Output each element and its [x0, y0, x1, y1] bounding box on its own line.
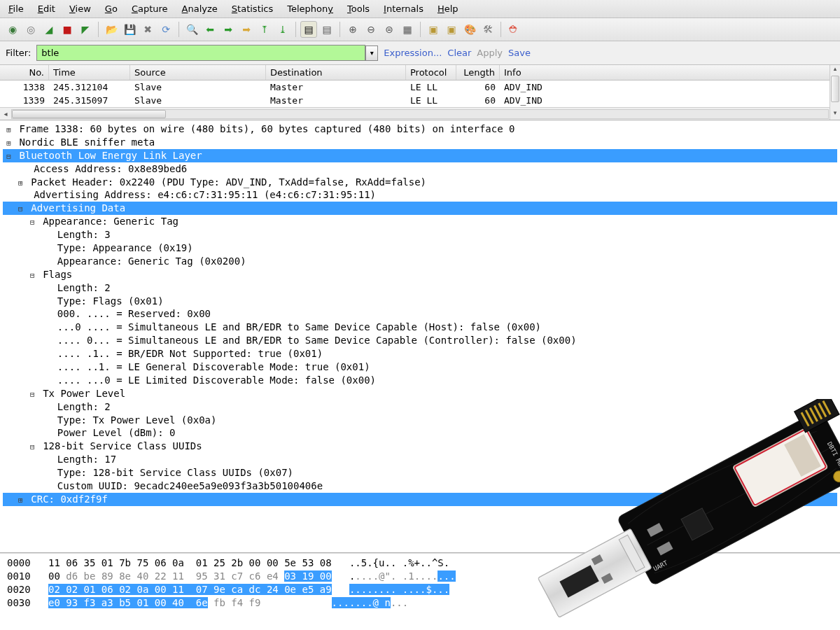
colorize-icon[interactable]: ▤: [300, 21, 317, 38]
restart-capture-icon[interactable]: ◤: [77, 21, 94, 38]
menu-help[interactable]: Help: [432, 1, 464, 16]
filter-dropdown-icon[interactable]: ▾: [365, 46, 378, 61]
menu-tools[interactable]: Tools: [342, 1, 375, 16]
tree-uuid[interactable]: ⊟ 128-bit Service Class UUIDs: [3, 440, 837, 453]
tree-leaf[interactable]: .... ..1. = LE General Discoverable Mode…: [3, 360, 837, 374]
tree-leaf[interactable]: Power Level (dBm): 0: [3, 426, 837, 440]
collapse-icon[interactable]: ⊟: [28, 390, 37, 400]
expand-icon[interactable]: ⊞: [16, 496, 25, 506]
tree-leaf[interactable]: Type: Flags (0x01): [3, 295, 837, 308]
collapse-icon[interactable]: ⊟: [28, 218, 37, 228]
col-destination[interactable]: Destination: [266, 65, 406, 80]
tree-leaf[interactable]: .... ...0 = LE Limited Discoverable Mode…: [3, 374, 837, 387]
hex-row[interactable]: 0020 02 02 01 06 02 0a 00 11 07 9e ca dc…: [7, 583, 833, 596]
start-capture-icon[interactable]: ◢: [41, 21, 57, 38]
open-icon[interactable]: 📂: [103, 21, 120, 38]
col-no[interactable]: No.: [0, 65, 49, 80]
tree-ble-ll[interactable]: ⊟ Bluetooth Low Energy Link Layer: [3, 149, 837, 162]
expand-icon[interactable]: ⊞: [4, 139, 13, 149]
col-protocol[interactable]: Protocol: [406, 65, 456, 80]
packet-row[interactable]: 1338 245.312104 Slave Master LE LL 60 AD…: [0, 80, 840, 94]
menu-view[interactable]: View: [64, 1, 97, 16]
hex-row[interactable]: 0010 00 d6 be 89 8e 40 22 11 95 31 c7 c6…: [7, 570, 833, 583]
tree-leaf[interactable]: Type: Appearance (0x19): [3, 241, 837, 255]
expression-button[interactable]: Expression...: [384, 48, 442, 58]
menu-edit[interactable]: Edit: [32, 1, 61, 16]
tree-leaf[interactable]: .... 0... = Simultaneous LE and BR/EDR t…: [3, 334, 837, 347]
collapse-icon[interactable]: ⊟: [28, 442, 37, 453]
filter-input[interactable]: [36, 45, 365, 61]
menu-go[interactable]: Go: [99, 1, 123, 16]
go-back-icon[interactable]: ⬅: [202, 21, 218, 38]
last-packet-icon[interactable]: ⤓: [274, 21, 291, 38]
collapse-icon[interactable]: ⊟: [28, 271, 37, 281]
zoom-out-icon[interactable]: ⊖: [363, 21, 379, 38]
tree-crc[interactable]: ⊞ CRC: 0xdf2f9f: [3, 493, 837, 506]
tree-access-addr[interactable]: Access Address: 0x8e89bed6: [3, 162, 837, 176]
tree-leaf[interactable]: Type: Tx Power Level (0x0a): [3, 414, 837, 427]
resize-cols-icon[interactable]: ▦: [399, 21, 416, 38]
interfaces-icon[interactable]: ◉: [4, 21, 21, 38]
reload-icon[interactable]: ⟳: [158, 21, 174, 38]
packet-bytes[interactable]: 0000 11 06 35 01 7b 75 06 0a 01 25 2b 00…: [0, 553, 840, 630]
scroll-down-icon[interactable]: ▾: [830, 109, 840, 120]
collapse-icon[interactable]: ⊟: [4, 152, 13, 162]
options-icon[interactable]: ◎: [22, 21, 39, 38]
goto-packet-icon[interactable]: ➡: [238, 21, 255, 38]
tree-flags[interactable]: ⊟ Flags: [3, 268, 837, 281]
tree-leaf[interactable]: Type: 128-bit Service Class UUIDs (0x07): [3, 466, 837, 479]
help-icon[interactable]: ⛑: [505, 21, 522, 38]
tree-appearance[interactable]: ⊟ Appearance: Generic Tag: [3, 215, 837, 228]
menu-analyze[interactable]: Analyze: [176, 1, 223, 16]
go-forward-icon[interactable]: ➡: [220, 21, 237, 38]
tree-adv-addr[interactable]: Advertising Address: e4:c6:c7:31:95:11 (…: [3, 188, 837, 202]
expand-icon[interactable]: ⊞: [4, 125, 13, 136]
clear-button[interactable]: Clear: [447, 48, 471, 58]
autoscroll-icon[interactable]: ▤: [318, 21, 335, 38]
packet-row[interactable]: 1339 245.315097 Slave Master LE LL 60 AD…: [0, 94, 840, 107]
scroll-up-icon[interactable]: ▴: [830, 65, 840, 76]
scroll-thumb[interactable]: [831, 76, 839, 102]
v-scrollbar[interactable]: ▴ ▾: [830, 65, 840, 120]
preferences-icon[interactable]: 🛠: [479, 21, 496, 38]
capture-filters-icon[interactable]: ▣: [425, 21, 442, 38]
expand-icon[interactable]: ⊞: [16, 178, 25, 189]
save-button[interactable]: Save: [508, 48, 531, 58]
tree-leaf[interactable]: Length: 2: [3, 400, 837, 414]
tree-adv-data[interactable]: ⊟ Advertising Data: [3, 202, 837, 215]
col-source[interactable]: Source: [130, 65, 266, 80]
menu-telephony[interactable]: Telephony: [281, 1, 339, 16]
close-icon[interactable]: ✖: [139, 21, 156, 38]
first-packet-icon[interactable]: ⤒: [256, 21, 273, 38]
packet-details[interactable]: ⊞ Frame 1338: 60 bytes on wire (480 bits…: [0, 120, 840, 553]
tree-packet-header[interactable]: ⊞ Packet Header: 0x2240 (PDU Type: ADV_I…: [3, 176, 837, 189]
hex-row[interactable]: 0030 e0 93 f3 a3 b5 01 00 40 6e fb f4 f9…: [7, 596, 833, 610]
col-time[interactable]: Time: [49, 65, 130, 80]
coloring-rules-icon[interactable]: 🎨: [461, 21, 478, 38]
zoom-in-icon[interactable]: ⊕: [344, 21, 361, 38]
menu-statistics[interactable]: Statistics: [226, 1, 279, 16]
zoom-reset-icon[interactable]: ⊜: [381, 21, 398, 38]
tree-nordic[interactable]: ⊞ Nordic BLE sniffer meta: [3, 136, 837, 149]
col-info[interactable]: Info: [500, 65, 840, 80]
stop-capture-icon[interactable]: ■: [59, 21, 76, 38]
menu-capture[interactable]: Capture: [126, 1, 174, 16]
tree-frame[interactable]: ⊞ Frame 1338: 60 bytes on wire (480 bits…: [3, 122, 837, 136]
tree-leaf[interactable]: Length: 2: [3, 281, 837, 295]
display-filters-icon[interactable]: ▣: [443, 21, 460, 38]
scroll-left-icon[interactable]: ◂: [0, 110, 11, 118]
tree-leaf[interactable]: ...0 .... = Simultaneous LE and BR/EDR t…: [3, 321, 837, 334]
menu-file[interactable]: File: [3, 1, 29, 16]
scroll-thumb[interactable]: [12, 110, 166, 118]
hex-row[interactable]: 0000 11 06 35 01 7b 75 06 0a 01 25 2b 00…: [7, 556, 833, 570]
tree-leaf[interactable]: 000. .... = Reserved: 0x00: [3, 307, 837, 321]
h-scrollbar[interactable]: ◂ ▸: [0, 107, 840, 120]
tree-txpower[interactable]: ⊟ Tx Power Level: [3, 387, 837, 400]
menu-internals[interactable]: Internals: [378, 1, 429, 16]
tree-leaf[interactable]: .... .1.. = BR/EDR Not Supported: true (…: [3, 347, 837, 360]
col-length[interactable]: Length: [456, 65, 500, 80]
tree-leaf[interactable]: Length: 17: [3, 453, 837, 466]
collapse-icon[interactable]: ⊟: [16, 204, 25, 215]
tree-leaf[interactable]: Length: 3: [3, 228, 837, 241]
tree-leaf[interactable]: Appearance: Generic Tag (0x0200): [3, 255, 837, 268]
